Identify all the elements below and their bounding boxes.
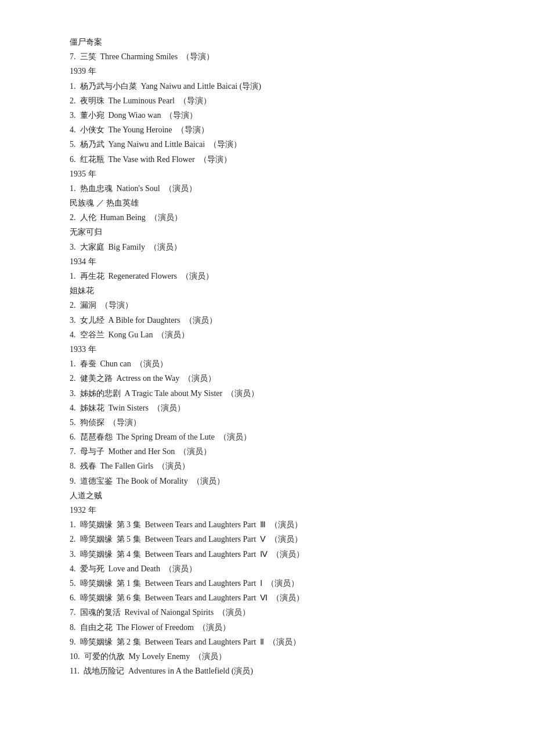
list-item: 2. 夜明珠 The Luminous Pearl （导演） xyxy=(70,93,464,108)
list-item: 6. 啼笑姻缘 第 6 集 Between Tears and Laughter… xyxy=(70,591,464,605)
list-item: 3. 啼笑姻缘 第 4 集 Between Tears and Laughter… xyxy=(70,547,464,561)
list-item: 5. 杨乃武 Yang Naiwu and Little Baicai （导演） xyxy=(70,137,464,152)
list-item: 6. 琵琶春怨 The Spring Dream of the Lute （演员… xyxy=(70,430,464,444)
year-header: 1939 年 xyxy=(70,64,464,78)
list-item: 1. 杨乃武与小白菜 Yang Naiwu and Little Baicai … xyxy=(70,79,464,93)
year-header: 1932 年 xyxy=(70,503,464,517)
list-item: 3. 大家庭 Big Family （演员） xyxy=(70,240,464,254)
list-item: 4. 小侠女 The Young Heroine （导演） xyxy=(70,123,464,137)
year-header: 1933 年 xyxy=(70,342,464,357)
sub-header: 人道之贼 xyxy=(70,488,464,503)
list-item: 11. 战地历险记 Adventures in A the Battlefiel… xyxy=(70,664,464,678)
list-item: 10. 可爱的仇敌 My Lovely Enemy （演员） xyxy=(70,649,464,664)
list-item: 8. 残春 The Fallen Girls （演员） xyxy=(70,459,464,473)
year-header: 1934 年 xyxy=(70,254,464,269)
sub-header: 民族魂 ／ 热血英雄 xyxy=(70,196,464,210)
list-item: 3. 女儿经 A Bible for Daughters （演员） xyxy=(70,313,464,327)
list-item: 4. 爱与死 Love and Death （演员） xyxy=(70,561,464,576)
list-item: 2. 人伦 Human Being （演员） xyxy=(70,210,464,225)
list-item: 4. 姊妹花 Twin Sisters （演员） xyxy=(70,401,464,415)
list-item: 2. 漏洞 （导演） xyxy=(70,298,464,312)
sub-header: 僵尸奇案 xyxy=(70,35,464,49)
list-item: 6. 红花瓶 The Vase with Red Flower （导演） xyxy=(70,152,464,167)
list-item: 2. 健美之路 Actress on the Way （演员） xyxy=(70,371,464,386)
sub-header: 无家可归 xyxy=(70,225,464,239)
sub-header: 姐妹花 xyxy=(70,283,464,298)
list-item: 8. 自由之花 The Flower of Freedom （演员） xyxy=(70,620,464,635)
list-item: 3. 董小宛 Dong Wiao wan （导演） xyxy=(70,108,464,123)
list-item: 1. 热血忠魂 Nation's Soul （演员） xyxy=(70,181,464,196)
list-item: 1. 再生花 Regenerated Flowers （演员） xyxy=(70,269,464,283)
list-item: 7. 三笑 Three Charming Smiles （导演） xyxy=(70,49,464,64)
list-item: 9. 道德宝鉴 The Book of Morality （演员） xyxy=(70,474,464,488)
list-item: 5. 狗侦探 （导演） xyxy=(70,415,464,430)
list-item: 9. 啼笑姻缘 第 2 集 Between Tears and Laughter… xyxy=(70,635,464,649)
year-header: 1935 年 xyxy=(70,167,464,181)
list-item: 3. 姊姊的悲剧 A Tragic Tale about My Sister （… xyxy=(70,386,464,401)
content-container: 僵尸奇案7. 三笑 Three Charming Smiles （导演）1939… xyxy=(70,35,464,678)
list-item: 7. 母与子 Mother and Her Son （演员） xyxy=(70,444,464,459)
list-item: 2. 啼笑姻缘 第 5 集 Between Tears and Laughter… xyxy=(70,532,464,546)
list-item: 7. 国魂的复活 Revival of Naiongal Spirits （演员… xyxy=(70,605,464,620)
list-item: 1. 啼笑姻缘 第 3 集 Between Tears and Laughter… xyxy=(70,517,464,532)
list-item: 5. 啼笑姻缘 第 1 集 Between Tears and Laughter… xyxy=(70,576,464,591)
list-item: 4. 空谷兰 Kong Gu Lan （演员） xyxy=(70,327,464,342)
list-item: 1. 春蚕 Chun can （演员） xyxy=(70,357,464,371)
